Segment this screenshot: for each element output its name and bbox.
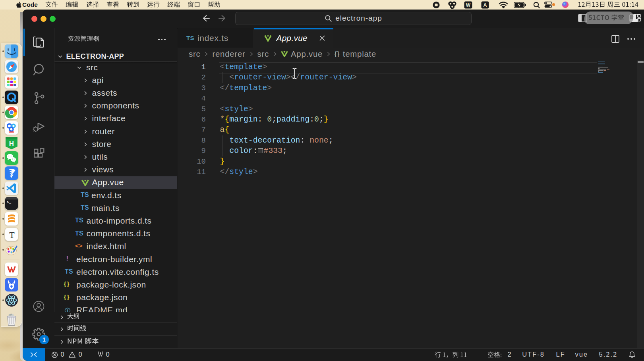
svg-text:W: W (466, 2, 471, 8)
svg-text:T: T (9, 230, 15, 240)
svg-text:A: A (483, 2, 487, 8)
svg-text:>_: >_ (7, 201, 11, 205)
svg-text:H: H (9, 140, 14, 147)
